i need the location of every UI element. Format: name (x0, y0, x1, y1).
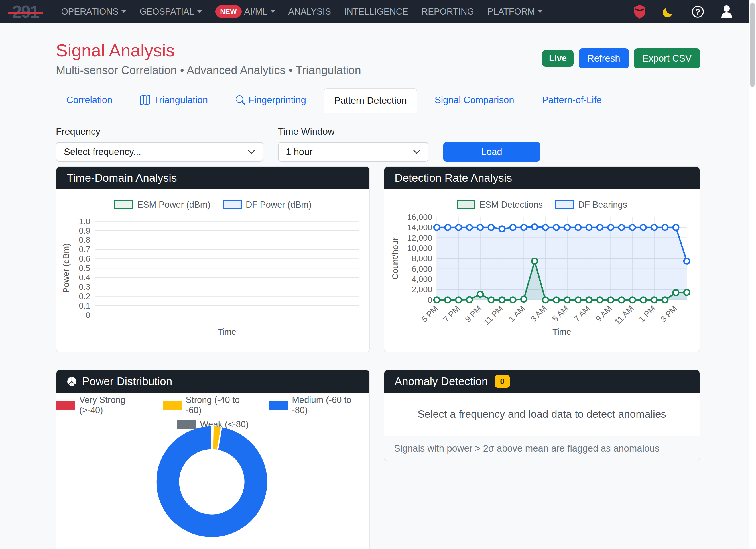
chevron-down-icon (271, 10, 275, 13)
legend-item[interactable]: DF Bearings (555, 200, 627, 210)
svg-text:16,000: 16,000 (407, 213, 432, 222)
svg-text:3 PM: 3 PM (659, 304, 679, 324)
svg-text:8,000: 8,000 (412, 254, 432, 263)
svg-text:11 PM: 11 PM (482, 304, 505, 326)
frequency-label: Frequency (56, 126, 263, 137)
svg-text:5 PM: 5 PM (420, 304, 440, 324)
svg-text:5 AM: 5 AM (550, 304, 570, 323)
legend-item[interactable]: ESM Detections (457, 200, 543, 210)
legend-label: ESM Detections (479, 200, 543, 210)
legend-label: DF Power (dBm) (246, 200, 312, 210)
svg-text:0: 0 (86, 310, 90, 320)
svg-text:0.1: 0.1 (79, 301, 90, 310)
legend-swatch (457, 200, 475, 210)
nav-item-platform[interactable]: PLATFORM (487, 7, 543, 17)
legend-label: Very Strong (>-40) (79, 395, 152, 415)
help-icon[interactable]: ? (691, 5, 704, 18)
anomaly-count-badge: 0 (495, 375, 510, 388)
shield-icon[interactable] (634, 5, 646, 19)
chevron-down-icon (413, 150, 420, 154)
svg-text:0.9: 0.9 (79, 226, 90, 235)
legend-swatch (56, 400, 75, 410)
svg-text:7 PM: 7 PM (442, 304, 462, 324)
svg-text:6,000: 6,000 (412, 265, 432, 274)
scrollbar-thumb[interactable] (750, 3, 755, 87)
tab-label: Pattern Detection (334, 95, 407, 106)
panel-title: Power Distribution (82, 375, 172, 388)
tab-label: Signal Comparison (435, 95, 514, 105)
nav-item-aiml[interactable]: NEW AI/ML (215, 5, 275, 18)
tab-fingerprinting[interactable]: Fingerprinting (225, 88, 317, 113)
top-navbar: 291 OPERATIONS GEOSPATIAL NEW AI/ML ANAL… (0, 0, 756, 23)
nav-item-intelligence[interactable]: INTELLIGENCE (344, 7, 408, 17)
filter-bar: Frequency Select frequency... Time Windo… (56, 126, 700, 162)
scrollbar-track[interactable] (749, 0, 756, 549)
time-window-label: Time Window (278, 126, 428, 137)
nav-item-operations[interactable]: OPERATIONS (61, 7, 126, 17)
time-domain-legend: ESM Power (dBm)DF Power (dBm) (56, 190, 369, 212)
anomaly-footer-note: Signals with power > 2σ above mean are f… (384, 436, 700, 461)
svg-text:?: ? (695, 7, 700, 16)
pie-chart-icon (67, 376, 77, 387)
panels-grid: Time-Domain Analysis ESM Power (dBm)DF P… (56, 166, 700, 549)
nav-item-geospatial[interactable]: GEOSPATIAL (139, 7, 202, 17)
anomaly-body: Select a frequency and load data to dete… (384, 393, 700, 436)
main-content: Signal Analysis Multi-sensor Correlation… (56, 23, 700, 549)
refresh-button[interactable]: Refresh (579, 48, 629, 68)
frequency-select[interactable]: Select frequency... (56, 142, 263, 162)
svg-text:10,000: 10,000 (407, 244, 432, 253)
anomaly-panel: Anomaly Detection 0 Select a frequency a… (384, 369, 700, 461)
svg-text:11 AM: 11 AM (613, 304, 635, 326)
legend-item[interactable]: Very Strong (>-40) (56, 395, 152, 415)
nav-item-analysis[interactable]: ANALYSIS (288, 7, 331, 17)
nav-item-label: PLATFORM (487, 7, 535, 17)
legend-item[interactable]: Medium (-60 to -80) (269, 395, 369, 415)
tab-signal-comparison[interactable]: Signal Comparison (424, 88, 525, 113)
legend-swatch (114, 200, 133, 210)
time-domain-chart: 00.10.20.30.40.50.60.70.80.91.0Power (dB… (56, 212, 369, 351)
svg-text:3 AM: 3 AM (529, 304, 548, 323)
time-window-select[interactable]: 1 hour (278, 142, 428, 162)
legend-item[interactable]: ESM Power (dBm) (114, 200, 210, 210)
tab-label: Pattern-of-Life (542, 95, 602, 105)
svg-text:Time: Time (552, 327, 571, 336)
svg-text:14,000: 14,000 (407, 223, 432, 232)
nav-item-reporting[interactable]: REPORTING (422, 7, 474, 17)
legend-item[interactable]: DF Power (dBm) (223, 200, 312, 210)
legend-label: Strong (-40 to -60) (186, 395, 258, 415)
power-distribution-legend: Very Strong (>-40)Strong (-40 to -60)Med… (56, 393, 369, 424)
load-button[interactable]: Load (443, 142, 540, 162)
svg-text:Power (dBm): Power (dBm) (61, 243, 71, 293)
legend-label: Medium (-60 to -80) (292, 395, 369, 415)
svg-text:12,000: 12,000 (407, 233, 432, 243)
export-csv-button[interactable]: Export CSV (634, 48, 700, 68)
chevron-down-icon (197, 10, 202, 13)
panel-title: Anomaly Detection (395, 375, 488, 388)
power-distribution-chart (56, 424, 369, 547)
tab-correlation[interactable]: Correlation (56, 88, 123, 113)
page-title: Signal Analysis (56, 40, 361, 60)
svg-text:0.5: 0.5 (79, 264, 90, 273)
legend-item[interactable]: Strong (-40 to -60) (163, 395, 258, 415)
power-distribution-header: Power Distribution (56, 370, 369, 393)
user-icon[interactable] (721, 5, 733, 18)
nav-item-label: INTELLIGENCE (344, 7, 408, 17)
svg-text:0: 0 (428, 295, 432, 304)
nav-item-label: REPORTING (422, 7, 474, 17)
anomaly-empty-message: Select a frequency and load data to dete… (418, 408, 666, 420)
panel-title: Detection Rate Analysis (395, 172, 512, 184)
svg-text:0.2: 0.2 (79, 292, 90, 301)
moon-icon[interactable] (662, 5, 675, 18)
time-domain-body: ESM Power (dBm)DF Power (dBm) 00.10.20.3… (56, 190, 369, 352)
svg-text:2,000: 2,000 (412, 285, 432, 294)
tab-pattern-detection[interactable]: Pattern Detection (324, 88, 417, 113)
tab-triangulation[interactable]: Triangulation (130, 88, 218, 113)
detection-rate-chart: 02,0004,0006,0008,00010,00012,00014,0001… (384, 212, 700, 351)
power-distribution-panel: Power Distribution Very Strong (>-40)Str… (56, 369, 370, 549)
legend-label: ESM Power (dBm) (137, 200, 210, 210)
app-logo[interactable]: 291 (12, 3, 39, 21)
navbar-icon-group: ? (634, 5, 744, 19)
tab-pattern-of-life[interactable]: Pattern-of-Life (532, 88, 612, 113)
nav-item-label: GEOSPATIAL (139, 7, 194, 17)
svg-text:0.7: 0.7 (79, 245, 90, 254)
